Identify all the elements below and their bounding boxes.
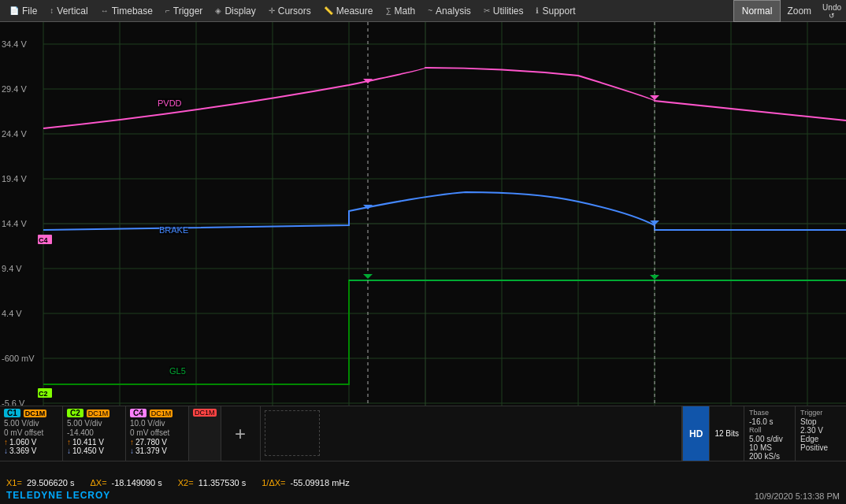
c4-meas1: ↑ 27.780 V	[130, 438, 167, 447]
c2-meas1: ↑ 10.411 V	[67, 438, 104, 447]
menu-bar: 📄 File ↕ Vertical ↔ Timebase ⌐ Trigger ◈…	[0, 0, 846, 22]
trigger-label: Trigger	[800, 409, 841, 417]
tbase-block: Tbase -16.0 s Roll 5.00 s/div 10 MS 200 …	[744, 406, 795, 461]
ms-val: 10 MS	[749, 443, 790, 452]
empty-channel-box	[265, 410, 320, 456]
add-channel-button[interactable]: +	[221, 406, 261, 461]
channel-row: C1 DC1M 5.00 V/div 0 mV offset ↑ 1.060 V…	[0, 406, 846, 461]
x2-val: 11.357530 s	[199, 478, 247, 487]
c2-meas-row: ↑ 10.411 V	[67, 438, 121, 447]
inv-dx-key: 1/ΔX=	[262, 478, 285, 487]
roll-label: Roll	[749, 426, 790, 434]
inv-dx-meas: 1/ΔX= -55.09918 mHz	[262, 478, 350, 487]
datetime-display: 10/9/2020 5:13:38 PM	[755, 491, 840, 501]
right-info: HD 12 Bits Tbase -16.0 s Roll 5.00 s/div…	[681, 406, 846, 461]
zoom-button[interactable]: Zoom	[781, 4, 818, 18]
dx-meas: ΔX= -18.149090 s	[90, 478, 161, 487]
undo-button[interactable]: Undo ↺	[818, 2, 846, 21]
c4-offset: 0 mV offset	[130, 428, 184, 437]
file-icon: 📄	[9, 6, 19, 15]
kss-val: 200 kS/s	[749, 452, 790, 461]
scope-area: C4 C2 34.4 V 29.4 V 24.4 V 19.4 V 14.4 V…	[0, 22, 846, 428]
trigger-type: Stop	[800, 417, 841, 426]
c1-coupling-badge: DC1M	[24, 410, 47, 417]
c2-offset: -14.400	[67, 428, 121, 437]
menu-display[interactable]: ◈ Display	[209, 4, 262, 18]
y-label-144: 14.4 V	[2, 219, 27, 228]
dx-key: ΔX=	[90, 478, 106, 487]
measurements-row: X1= 29.506620 s ΔX= -18.149090 s X2= 11.…	[0, 461, 846, 504]
menu-utilities[interactable]: ✂ Utilities	[477, 4, 530, 18]
c4-coupling-badge: DC1M	[150, 410, 173, 417]
tbase-label: Tbase	[749, 409, 790, 417]
edge-val: Positive	[800, 443, 841, 452]
c2-meas-row2: ↓ 10.450 V	[67, 447, 121, 455]
c1-meas1: ↑ 1.060 V	[4, 438, 36, 447]
c4-badge: C4	[130, 409, 147, 417]
analysis-icon: ~	[428, 6, 432, 15]
c4-meas-row: ↑ 27.780 V	[130, 438, 184, 447]
timebase-icon: ↔	[101, 6, 109, 15]
c1-header: C1 DC1M	[4, 409, 58, 417]
roll-val: 5.00 s/div	[749, 435, 790, 443]
normal-box: Normal	[733, 0, 781, 22]
cursors-icon: ✛	[269, 6, 275, 15]
trigger-icon: ⌐	[165, 6, 170, 15]
menu-trigger[interactable]: ⌐ Trigger	[159, 4, 209, 18]
hd-badge: HD	[682, 406, 709, 461]
bits-badge: 12 Bits	[709, 406, 744, 461]
y-label-94: 9.4 V	[2, 264, 22, 273]
menu-analysis[interactable]: ~ Analysis	[421, 4, 477, 18]
x1-key: X1=	[6, 478, 22, 487]
y-label-294: 29.4 V	[2, 84, 27, 94]
c1-meas-row2: ↓ 3.369 V	[4, 447, 58, 455]
menu-vertical[interactable]: ↕ Vertical	[43, 4, 94, 18]
measure-icon: 📏	[324, 6, 333, 15]
menu-cursors[interactable]: ✛ Cursors	[262, 4, 317, 18]
c1-offset: 0 mV offset	[4, 428, 58, 437]
c2-meas2: ↓ 10.450 V	[67, 447, 104, 455]
x2-meas: X2= 11.357530 s	[178, 478, 246, 487]
menu-measure[interactable]: 📏 Measure	[317, 4, 380, 18]
c2-coupling-badge: DC1M	[87, 410, 110, 417]
top-right-controls: Normal Zoom Undo ↺	[733, 0, 846, 22]
c2-header: C2 DC1M	[67, 409, 121, 417]
x1-meas: X1= 29.506620 s	[6, 478, 74, 487]
c1-meas2: ↓ 3.369 V	[4, 447, 36, 455]
svg-marker-27	[650, 275, 659, 280]
y-label-244: 24.4 V	[2, 129, 27, 139]
dx-val: -18.149090 s	[112, 478, 162, 487]
menu-support[interactable]: ℹ Support	[529, 4, 581, 18]
menu-file[interactable]: 📄 File	[3, 4, 43, 18]
c4-header: C4 DC1M	[130, 409, 184, 417]
c2-badge: C2	[67, 409, 83, 417]
c2-block: C2 DC1M 5.00 V/div -14.400 ↑ 10.411 V ↓ …	[63, 406, 126, 461]
c4-vdiv: 10.0 V/div	[130, 419, 184, 428]
c1-block: C1 DC1M 5.00 V/div 0 mV offset ↑ 1.060 V…	[0, 406, 63, 461]
display-icon: ◈	[215, 6, 221, 15]
menu-math[interactable]: ∑ Math	[379, 4, 421, 18]
utilities-icon: ✂	[484, 6, 490, 15]
y-label-194: 19.4 V	[2, 174, 27, 183]
dc1m-block: DC1M	[189, 406, 221, 461]
inv-dx-val: -55.09918 mHz	[291, 478, 350, 487]
c1-vdiv: 5.00 V/div	[4, 419, 58, 428]
svg-text:C4: C4	[39, 236, 48, 244]
trigger-val: 2.30 V	[800, 426, 841, 435]
svg-text:C2: C2	[39, 390, 48, 398]
c4-meas2: ↓ 31.379 V	[130, 447, 167, 455]
c4-meas-row2: ↓ 31.379 V	[130, 447, 184, 455]
c1-badge: C1	[4, 409, 20, 417]
x2-key: X2=	[178, 478, 194, 487]
spacer	[261, 406, 682, 461]
c1-meas-row: ↑ 1.060 V	[4, 438, 58, 447]
x1-val: 29.506620 s	[27, 478, 75, 487]
y-label-344: 34.4 V	[2, 39, 27, 49]
menu-timebase[interactable]: ↔ Timebase	[95, 4, 159, 18]
trigger-block: Trigger Stop 2.30 V Edge Positive	[795, 406, 846, 461]
math-icon: ∑	[385, 6, 391, 15]
dc1m-badge: DC1M	[193, 409, 217, 417]
svg-marker-24	[363, 274, 373, 279]
c4-block: C4 DC1M 10.0 V/div 0 mV offset ↑ 27.780 …	[126, 406, 189, 461]
y-label-44: 4.4 V	[2, 309, 22, 318]
